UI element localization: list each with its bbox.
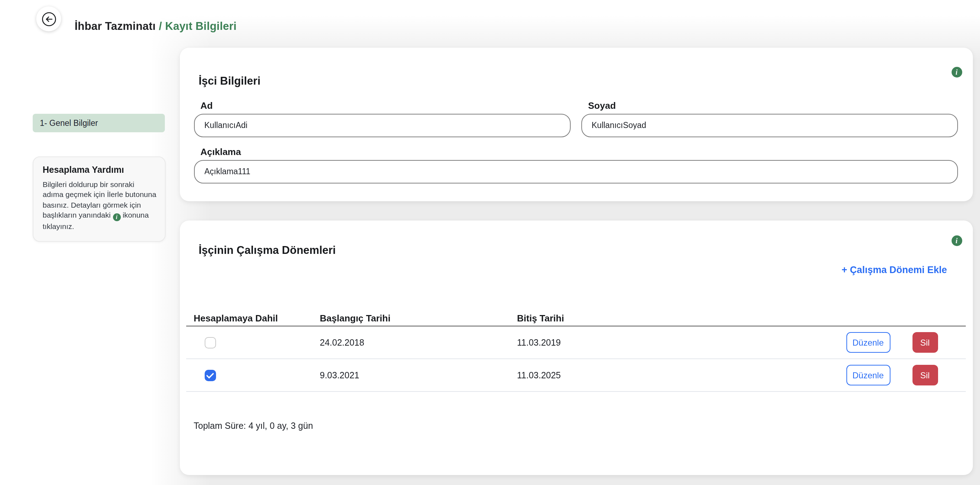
- ad-field[interactable]: [194, 114, 570, 137]
- soyad-field[interactable]: [581, 114, 958, 137]
- edit-button[interactable]: Düzenle: [846, 365, 890, 385]
- page: İhbar Tazminatı / Kayıt Bilgileri 1- Gen…: [0, 0, 980, 485]
- work-periods-card: İşçinin Çalışma Dönemleri i + Çalışma Dö…: [180, 220, 972, 475]
- page-title: İhbar Tazminatı / Kayıt Bilgileri: [75, 20, 237, 33]
- table-row: 9.03.2021 11.03.2025 Düzenle Sil: [186, 359, 966, 392]
- breadcrumb: / Kayıt Bilgileri: [159, 20, 237, 32]
- delete-button[interactable]: Sil: [912, 332, 938, 353]
- end-date-cell: 11.03.2019: [517, 337, 846, 348]
- info-icon: i: [113, 214, 121, 222]
- start-date-cell: 9.03.2021: [320, 370, 517, 380]
- breadcrumb-current: Kayıt Bilgileri: [165, 20, 237, 32]
- edit-button[interactable]: Düzenle: [846, 332, 890, 353]
- arrow-left-circle-icon: [41, 11, 57, 27]
- help-box-body: Bilgileri doldurup bir sonraki adıma geç…: [43, 179, 156, 232]
- add-work-period-button[interactable]: + Çalışma Dönemi Ekle: [842, 265, 947, 275]
- breadcrumb-separator: /: [159, 20, 162, 32]
- included-checkbox[interactable]: [204, 337, 216, 348]
- col-header-included: Hesaplamaya Dahil: [186, 313, 320, 323]
- aciklama-label: Açıklama: [200, 146, 241, 157]
- worker-info-card-title: İşci Bilgileri: [199, 75, 261, 88]
- help-box: Hesaplama Yardımı Bilgileri doldurup bir…: [33, 156, 165, 242]
- start-date-cell: 24.02.2018: [320, 337, 517, 348]
- delete-button[interactable]: Sil: [912, 365, 938, 385]
- col-header-start-date: Başlangıç Tarihi: [320, 313, 517, 323]
- ad-label: Ad: [200, 100, 213, 110]
- col-header-end-date: Bitiş Tarihi: [517, 313, 966, 323]
- included-checkbox[interactable]: [204, 369, 216, 381]
- back-button[interactable]: [36, 6, 61, 31]
- table-row: 24.02.2018 11.03.2019 Düzenle Sil: [186, 326, 966, 359]
- work-periods-info-icon[interactable]: i: [951, 235, 962, 246]
- soyad-label: Soyad: [588, 100, 616, 110]
- end-date-cell: 11.03.2025: [517, 370, 846, 380]
- aciklama-field[interactable]: [194, 160, 958, 183]
- page-title-text: İhbar Tazminatı: [75, 20, 156, 32]
- sidebar-step-label: 1- Genel Bilgiler: [40, 119, 98, 127]
- work-periods-table: Hesaplamaya Dahil Başlangıç Tarihi Bitiş…: [186, 310, 966, 392]
- sidebar-step-genel-bilgiler[interactable]: 1- Genel Bilgiler: [33, 114, 165, 132]
- worker-info-info-icon[interactable]: i: [951, 67, 962, 77]
- table-header-row: Hesaplamaya Dahil Başlangıç Tarihi Bitiş…: [186, 310, 966, 326]
- work-periods-card-title: İşçinin Çalışma Dönemleri: [199, 244, 336, 257]
- worker-info-card: İşci Bilgileri i Ad Soyad Açıklama: [180, 47, 972, 201]
- total-duration-text: Toplam Süre: 4 yıl, 0 ay, 3 gün: [194, 421, 313, 431]
- help-box-title: Hesaplama Yardımı: [43, 165, 156, 175]
